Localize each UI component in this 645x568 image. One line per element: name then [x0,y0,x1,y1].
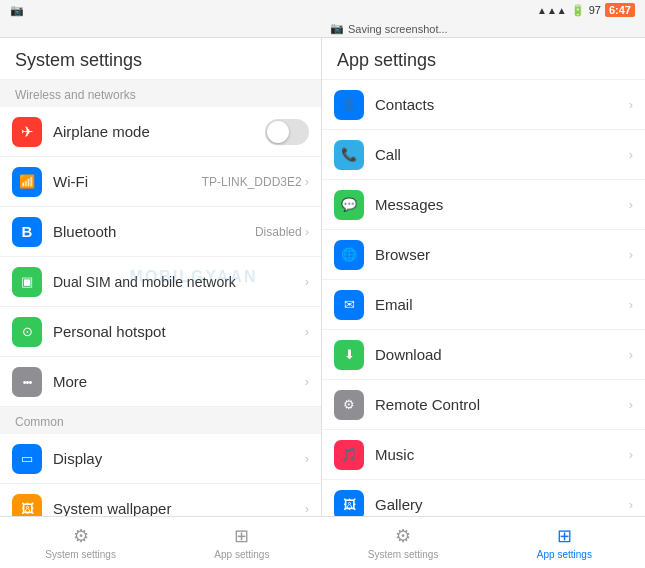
screenshot-camera-icon: 📷 [330,22,344,35]
dualsim-item[interactable]: ▣ Dual SIM and mobile network › [0,257,321,307]
gallery-chevron: › [629,497,633,512]
bluetooth-chevron: › [305,224,309,239]
remote-item[interactable]: ⚙ Remote Control › [322,380,645,430]
display-icon-wrap: ▭ [12,444,42,474]
screenshot-bar: 📷 Saving screenshot... [322,20,645,38]
more-chevron: › [305,374,309,389]
download-icon-wrap: ⬇ [334,340,364,370]
right-panel-title: App settings [322,38,645,80]
messages-chevron: › [629,197,633,212]
app-settings-label-left: App settings [214,549,269,560]
wallpaper-chevron: › [305,501,309,516]
remote-icon-wrap: ⚙ [334,390,364,420]
call-label: Call [375,146,629,163]
contacts-icon-wrap: 👤 [334,90,364,120]
wallpaper-label: System wallpaper [53,500,305,516]
status-center: ▲▲▲ 🔋 97 6:47 [537,3,635,17]
wifi-label: Wi-Fi [53,173,202,190]
battery-percent: 97 [589,4,601,16]
more-label: More [53,373,305,390]
gallery-item[interactable]: 🖼 Gallery › [322,480,645,516]
contacts-label: Contacts [375,96,629,113]
time-display: 6:47 [605,3,635,17]
screenshot-text: Saving screenshot... [348,23,448,35]
music-item[interactable]: 🎵 Music › [322,430,645,480]
call-item[interactable]: 📞 Call › [322,130,645,180]
app-settings-icon-left: ⊞ [234,525,249,547]
right-panel: App settings 👤 Contacts › 📞 Call › 💬 Mes… [322,38,645,516]
wifi-icon-wrap: 📶 [12,167,42,197]
common-section-header: Common [0,407,321,434]
left-panel-title: System settings [0,38,321,80]
app-settings-icon-right: ⊞ [557,525,572,547]
bottom-nav: ⚙ System settings ⊞ App settings ⚙ Syste… [0,516,645,568]
wifi-value: TP-LINK_DDD3E2 [202,175,302,189]
airplane-toggle[interactable] [265,119,309,145]
email-label: Email [375,296,629,313]
display-item[interactable]: ▭ Display › [0,434,321,484]
nav-system-settings-right[interactable]: ⚙ System settings [323,517,484,568]
bluetooth-item[interactable]: B Bluetooth Disabled › [0,207,321,257]
download-item[interactable]: ⬇ Download › [322,330,645,380]
bluetooth-label: Bluetooth [53,223,255,240]
left-panel: System settings Wireless and networks ✈ … [0,38,322,516]
hotspot-icon-wrap: ⊙ [12,317,42,347]
nav-system-settings-left[interactable]: ⚙ System settings [0,517,161,568]
battery-icon: 🔋 [571,4,585,17]
wireless-section-header: Wireless and networks [0,80,321,107]
wifi-icon: ▲▲▲ [537,5,567,16]
system-settings-icon-right: ⚙ [395,525,411,547]
messages-item[interactable]: 💬 Messages › [322,180,645,230]
hotspot-item[interactable]: ⊙ Personal hotspot › [0,307,321,357]
contacts-item[interactable]: 👤 Contacts › [322,80,645,130]
status-left: 📷 [10,4,24,17]
airplane-icon-wrap: ✈ [12,117,42,147]
display-chevron: › [305,451,309,466]
status-bar: 📷 ▲▲▲ 🔋 97 6:47 [0,0,645,20]
hotspot-chevron: › [305,324,309,339]
dualsim-label: Dual SIM and mobile network [53,274,305,290]
system-settings-icon-left: ⚙ [73,525,89,547]
dualsim-icon-wrap: ▣ [12,267,42,297]
browser-icon-wrap: 🌐 [334,240,364,270]
email-chevron: › [629,297,633,312]
browser-label: Browser [375,246,629,263]
nav-app-settings-left[interactable]: ⊞ App settings [161,517,322,568]
gallery-icon-wrap: 🖼 [334,490,364,517]
camera-icon: 📷 [10,4,24,17]
call-chevron: › [629,147,633,162]
more-icon-wrap: ••• [12,367,42,397]
airplane-label: Airplane mode [53,123,265,140]
email-icon-wrap: ✉ [334,290,364,320]
wifi-chevron: › [305,174,309,189]
app-settings-label-right: App settings [537,549,592,560]
music-chevron: › [629,447,633,462]
bluetooth-icon-wrap: B [12,217,42,247]
email-item[interactable]: ✉ Email › [322,280,645,330]
browser-chevron: › [629,247,633,262]
wallpaper-item[interactable]: 🖼 System wallpaper › [0,484,321,516]
system-settings-label-right: System settings [368,549,439,560]
airplane-mode-item[interactable]: ✈ Airplane mode [0,107,321,157]
gallery-label: Gallery [375,496,629,513]
display-label: Display [53,450,305,467]
wallpaper-icon-wrap: 🖼 [12,494,42,517]
bluetooth-value: Disabled [255,225,302,239]
call-icon-wrap: 📞 [334,140,364,170]
remote-label: Remote Control [375,396,629,413]
dualsim-chevron: › [305,274,309,289]
wifi-item[interactable]: 📶 Wi-Fi TP-LINK_DDD3E2 › [0,157,321,207]
download-label: Download [375,346,629,363]
system-settings-label-left: System settings [45,549,116,560]
messages-icon-wrap: 💬 [334,190,364,220]
more-item[interactable]: ••• More › [0,357,321,407]
remote-chevron: › [629,397,633,412]
browser-item[interactable]: 🌐 Browser › [322,230,645,280]
hotspot-label: Personal hotspot [53,323,305,340]
messages-label: Messages [375,196,629,213]
download-chevron: › [629,347,633,362]
nav-app-settings-right[interactable]: ⊞ App settings [484,517,645,568]
contacts-chevron: › [629,97,633,112]
music-icon-wrap: 🎵 [334,440,364,470]
music-label: Music [375,446,629,463]
